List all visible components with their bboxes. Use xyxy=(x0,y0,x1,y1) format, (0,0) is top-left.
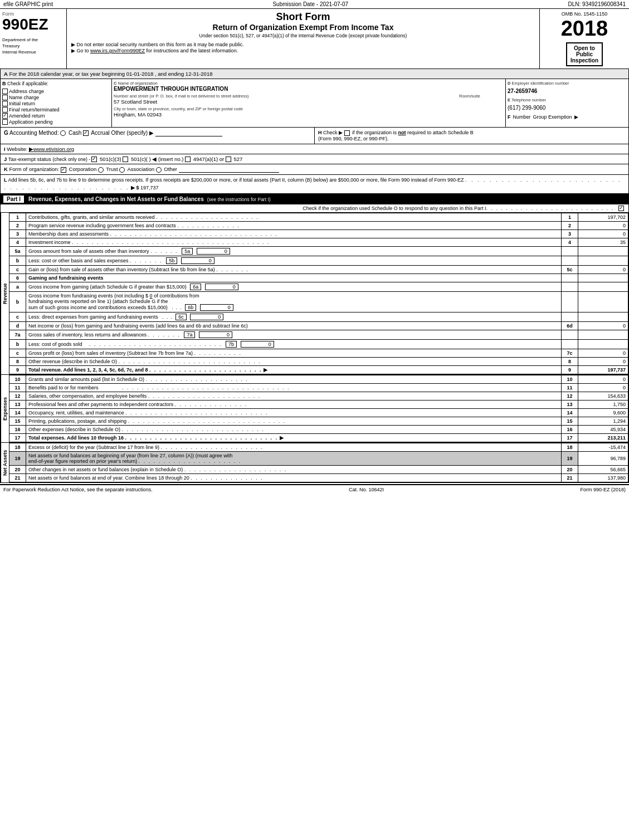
line-num-3: 3 xyxy=(9,230,26,238)
other-input[interactable] xyxy=(155,130,222,136)
line-num-right-8: 8 xyxy=(562,358,578,366)
table-row: 5a Gross amount from sale of assets othe… xyxy=(9,247,628,256)
address-value: 57 Scotland Street xyxy=(114,99,457,105)
line-num-6: 6 xyxy=(9,274,26,282)
j-501c3[interactable] xyxy=(91,157,97,162)
k-corp[interactable] xyxy=(61,167,66,173)
table-row-total-revenue: 9 Total revenue. Add lines 1, 2, 3, 4, 5… xyxy=(9,366,628,374)
i-label: I xyxy=(4,146,6,152)
accrual-checkbox[interactable] xyxy=(83,130,89,136)
line-num-4: 4 xyxy=(9,238,26,247)
line-num-13: 13 xyxy=(9,401,26,409)
expenses-table: 10 Grants and similar amounts paid (list… xyxy=(9,375,628,442)
line-num-9: 9 xyxy=(9,366,26,374)
address-main: Number and street (or P. O. box, if mail… xyxy=(114,94,457,105)
section-j: J Tax-exempt status (check only one) - 5… xyxy=(0,154,629,164)
line-6a-desc: Gross income from gaming (attach Schedul… xyxy=(26,282,562,292)
6c-val: 0 xyxy=(190,314,223,320)
k-assoc[interactable] xyxy=(119,167,125,173)
expenses-section: Expenses 10 Grants and similar amounts p… xyxy=(0,375,629,443)
form-dept: Department of the Treasury Internal Reve… xyxy=(2,37,38,56)
6a-val: 0 xyxy=(205,284,238,290)
line-num-5a: 5a xyxy=(9,247,26,256)
7a-val: 0 xyxy=(199,331,232,338)
k-other[interactable] xyxy=(156,167,162,173)
section-l: L Add lines 5b, 6c, and 7b to line 9 to … xyxy=(0,175,629,194)
table-row: 11 Benefits paid to or for members . . .… xyxy=(9,384,628,392)
h-checkbox[interactable] xyxy=(344,130,350,136)
j-text: Tax-exempt status xyxy=(8,156,53,162)
k-other-input[interactable] xyxy=(179,166,279,173)
omb-number: OMB No. 1545-1150 xyxy=(562,11,608,17)
line-6c-desc: Less: direct expenses from gaming and fu… xyxy=(26,312,562,322)
checkboxes: Address charge Name charge Initial retur… xyxy=(2,89,110,125)
line-num-right-6d: 6d xyxy=(562,322,578,330)
line-num-right-6c xyxy=(562,312,578,322)
application-checkbox[interactable] xyxy=(2,119,8,125)
revenue-side-label: Revenue xyxy=(1,213,9,374)
part1-label: Part I xyxy=(3,196,24,203)
table-row: 14 Occupancy, rent, utilities, and maint… xyxy=(9,409,628,417)
year-box: 2018 xyxy=(561,18,608,39)
j-501c[interactable] xyxy=(123,157,128,162)
line-num-5b: b xyxy=(9,256,26,266)
section-b-middle: C Name of organization EMPOWERMENT THROU… xyxy=(112,79,506,127)
line-num-right-4: 4 xyxy=(562,238,578,247)
line-num-20: 20 xyxy=(9,466,26,474)
table-row: 21 Net assets or fund balances at end of… xyxy=(9,474,628,482)
table-row: 12 Salaries, other compensation, and emp… xyxy=(9,392,628,401)
cash-radio[interactable] xyxy=(60,130,66,136)
line-11-amount: 0 xyxy=(578,384,628,392)
line-7b-amount xyxy=(578,340,628,349)
section-b-left: B Check if applicable: Address charge Na… xyxy=(1,79,112,127)
7b-val: 0 xyxy=(241,341,274,348)
line-num-right-21: 21 xyxy=(562,474,578,482)
k-label: K xyxy=(4,166,8,172)
return-title: Return of Organization Exempt From Incom… xyxy=(71,23,535,32)
k-assoc-label: Association xyxy=(127,166,155,172)
line-12-amount: 154,633 xyxy=(578,392,628,401)
check-schedule-box[interactable] xyxy=(618,206,624,211)
part1-title: Revenue, Expenses, and Changes in Net As… xyxy=(28,196,204,202)
j-527[interactable] xyxy=(226,157,231,162)
amended-checkbox[interactable] xyxy=(2,113,8,119)
final-label: Final return/terminated xyxy=(9,107,60,113)
line-num-21: 21 xyxy=(9,474,26,482)
line-num-1: 1 xyxy=(9,213,26,222)
check-schedule-row: Check if the organization used Schedule … xyxy=(0,204,629,213)
line-5b-amount xyxy=(578,256,628,266)
table-row: 7a Gross sales of inventory, less return… xyxy=(9,330,628,340)
line-num-right-6 xyxy=(562,274,578,282)
line-num-12: 12 xyxy=(9,392,26,401)
table-row: 18 Excess or (deficit) for the year (Sub… xyxy=(9,443,628,452)
k-other-label: Other xyxy=(164,166,178,172)
f-label: F xyxy=(508,114,511,120)
address-checkbox[interactable] xyxy=(2,89,8,94)
line-num-15: 15 xyxy=(9,417,26,426)
line-19-desc: Net assets or fund balances at beginning… xyxy=(26,452,562,466)
address-label: Number and street (or P. O. box, if mail… xyxy=(114,94,457,99)
submission-date: Submission Date - 2021-07-07 xyxy=(272,1,348,7)
footer-right: Form 990-EZ (2018) xyxy=(580,487,626,492)
initial-checkbox[interactable] xyxy=(2,101,8,106)
line-num-right-11: 11 xyxy=(562,384,578,392)
table-row: 20 Other changes in net assets or fund b… xyxy=(9,466,628,474)
section-a-label: A xyxy=(4,71,8,77)
name-checkbox[interactable] xyxy=(2,95,8,100)
k-trust[interactable] xyxy=(98,167,104,173)
form-title-col: Short Form Return of Organization Exempt… xyxy=(67,9,540,69)
check-schedule-text: Check if the organization used Schedule … xyxy=(303,206,486,211)
city-label: City or town, state or province, country… xyxy=(114,106,504,111)
l-arrow: ▶ $ xyxy=(131,185,140,191)
e-label: E Telephone number xyxy=(508,97,627,102)
line-num-right-18: 18 xyxy=(562,443,578,452)
h-text4: (Form 990, 990-EZ, or 990-PF). xyxy=(318,136,389,141)
line-num-17: 17 xyxy=(9,434,26,442)
j-4947[interactable] xyxy=(185,157,191,162)
final-checkbox[interactable] xyxy=(2,107,8,113)
table-row: b Less: cost or other basis and sales ex… xyxy=(9,256,628,266)
line-num-19: 19 xyxy=(9,452,26,466)
6a-box-label: 6a xyxy=(190,284,201,290)
line-num-right-2: 2 xyxy=(562,222,578,230)
form-number-col: Form 990EZ Department of the Treasury In… xyxy=(0,9,67,69)
